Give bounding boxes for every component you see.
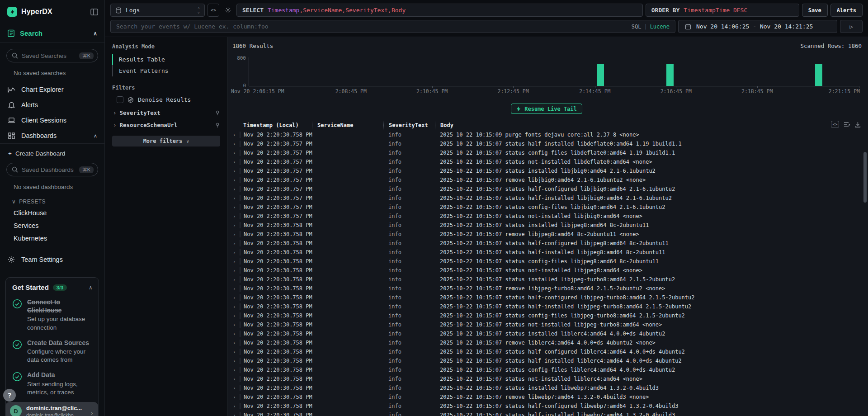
analysis-mode-item[interactable]: Results Table [112,54,220,65]
view-source-button[interactable]: <> [831,121,839,128]
table-row[interactable]: › Nov 20 2:20:30.758 PM info 2025-10-22 … [231,230,863,239]
expand-row-icon[interactable]: › [231,132,240,138]
table-row[interactable]: › Nov 20 2:20:30.757 PM info 2025-10-22 … [231,175,863,184]
time-range-picker[interactable]: Nov 20 14:06:25 - Nov 20 14:21:25 [678,20,837,33]
expand-row-icon[interactable]: › [231,232,240,237]
get-started-item[interactable]: Add Data Start sending logs, metrics, or… [12,371,92,397]
table-row[interactable]: › Nov 20 2:20:30.758 PM info 2025-10-22 … [231,411,863,416]
expand-row-icon[interactable]: › [231,268,240,274]
saved-searches-field[interactable] [22,52,75,59]
expand-row-icon[interactable]: › [231,168,240,174]
search-input[interactable] [116,23,629,30]
table-row[interactable]: › Nov 20 2:20:30.757 PM info 2025-10-22 … [231,166,863,175]
chevron-up-icon[interactable]: ∧ [93,30,97,37]
collapse-sidebar-icon[interactable] [90,9,98,15]
table-row[interactable]: › Nov 20 2:20:30.757 PM info 2025-10-22 … [231,203,863,212]
expand-row-icon[interactable]: › [231,304,240,310]
table-row[interactable]: › Nov 20 2:20:30.758 PM info 2025-10-22 … [231,257,863,266]
event-search-box[interactable]: SQL | Lucene [110,20,675,33]
table-row[interactable]: › Nov 20 2:20:30.758 PM info 2025-10-22 … [231,329,863,338]
table-row[interactable]: › Nov 20 2:20:30.758 PM info 2025-10-22 … [231,221,863,230]
table-row[interactable]: › Nov 20 2:20:30.757 PM info 2025-10-22 … [231,194,863,203]
resume-live-tail-button[interactable]: Resume Live Tail [511,104,582,114]
expand-row-icon[interactable]: › [231,295,240,301]
filter-group[interactable]: › SeverityText [112,105,220,117]
histogram-bar[interactable] [815,64,822,86]
table-row[interactable]: › Nov 20 2:20:30.758 PM info 2025-10-22 … [231,356,863,365]
table-row[interactable]: › Nov 20 2:20:30.758 PM info 2025-10-22 … [231,383,863,392]
sidebar-nav-item[interactable]: Alerts ∧ [0,97,104,113]
histogram-bar[interactable] [666,64,674,86]
expand-row-icon[interactable]: › [231,403,240,409]
settings-gear-button[interactable] [222,4,234,17]
save-button[interactable]: Save [802,4,828,17]
table-row[interactable]: › Nov 20 2:20:30.758 PM info 2025-10-22 … [231,130,863,139]
expand-row-icon[interactable]: › [231,250,240,255]
expand-row-icon[interactable]: › [231,150,240,156]
expand-row-icon[interactable]: › [231,394,240,400]
download-button[interactable] [855,122,861,128]
expand-row-icon[interactable]: › [231,340,240,346]
pin-icon[interactable] [215,110,220,116]
expand-row-icon[interactable]: › [231,313,240,319]
filter-group[interactable]: › ResourceSchemaUrl [112,117,220,129]
table-row[interactable]: › Nov 20 2:20:30.758 PM info 2025-10-22 … [231,284,863,293]
column-header-timestamp[interactable]: Timestamp (Local) [240,122,312,128]
saved-dashboards-field[interactable] [22,166,75,173]
sidebar-item-search[interactable]: Search ∧ [0,21,104,43]
table-row[interactable]: › Nov 20 2:20:30.758 PM info 2025-10-22 … [231,239,863,248]
expand-row-icon[interactable]: › [231,349,240,355]
presets-toggle[interactable]: ∨ PRESETS [0,191,104,207]
alerts-button[interactable]: Alerts [830,4,863,17]
column-header-severitytext[interactable]: SeverityText [383,121,435,129]
denoise-checkbox[interactable] [117,96,123,103]
expand-row-icon[interactable]: › [231,141,240,147]
sidebar-nav-item[interactable]: Client Sessions ∧ [0,113,104,128]
preset-item[interactable]: Kubernetes [0,232,104,245]
table-row[interactable]: › Nov 20 2:20:30.758 PM info 2025-10-22 … [231,293,863,302]
expand-row-icon[interactable]: › [231,186,240,192]
table-row[interactable]: › Nov 20 2:20:30.758 PM info 2025-10-22 … [231,392,863,402]
create-dashboard-button[interactable]: + Create Dashboard [0,144,104,157]
user-menu[interactable]: D dominic.tran@clic... dominic.tran@clic… [5,402,98,416]
expand-row-icon[interactable]: › [231,367,240,373]
sidebar-item-team-settings[interactable]: Team Settings [0,252,104,267]
language-toggle-lucene[interactable]: Lucene [650,24,670,30]
table-row[interactable]: › Nov 20 2:20:30.758 PM info 2025-10-22 … [231,320,863,329]
table-row[interactable]: › Nov 20 2:20:30.758 PM info 2025-10-22 … [231,302,863,311]
source-select[interactable]: Logs ⌃⌃ [110,4,205,17]
more-filters-button[interactable]: More filters ∨ [112,136,220,147]
expand-row-icon[interactable]: › [231,286,240,292]
expand-row-icon[interactable]: › [231,213,240,219]
histogram-plot[interactable]: Nov 20 2:06:15 PM2:08:45 PM2:10:45 PM2:1… [249,57,859,86]
code-mode-button[interactable]: <> [208,4,219,17]
vertical-scrollbar[interactable] [863,152,867,203]
expand-row-icon[interactable]: › [231,277,240,283]
table-row[interactable]: › Nov 20 2:20:30.758 PM info 2025-10-22 … [231,275,863,284]
select-clause-editor[interactable]: SELECT Timestamp,ServiceName,SeverityTex… [236,4,643,17]
expand-row-icon[interactable]: › [231,159,240,165]
table-row[interactable]: › Nov 20 2:20:30.758 PM info 2025-10-22 … [231,402,863,411]
table-row[interactable]: › Nov 20 2:20:30.757 PM info 2025-10-22 … [231,148,863,157]
expand-row-icon[interactable]: › [231,385,240,391]
expand-row-icon[interactable]: › [231,241,240,246]
order-by-editor[interactable]: ORDER BY TimestampTime DESC [646,4,799,17]
expand-row-icon[interactable]: › [231,358,240,364]
get-started-item[interactable]: Create Data Sources Configure where your… [12,339,92,364]
table-row[interactable]: › Nov 20 2:20:30.758 PM info 2025-10-22 … [231,365,863,374]
column-settings-button[interactable] [844,122,850,127]
run-query-button[interactable]: ▷ [840,20,863,33]
table-row[interactable]: › Nov 20 2:20:30.758 PM info 2025-10-22 … [231,248,863,257]
expand-row-icon[interactable]: › [231,376,240,382]
expand-row-icon[interactable]: › [231,222,240,228]
saved-searches-input[interactable]: ⌘K [6,49,98,62]
table-row[interactable]: › Nov 20 2:20:30.758 PM info 2025-10-22 … [231,347,863,356]
expand-row-icon[interactable]: › [231,195,240,201]
pin-icon[interactable] [215,123,220,128]
table-row[interactable]: › Nov 20 2:20:30.757 PM info 2025-10-22 … [231,184,863,194]
expand-row-icon[interactable]: › [231,322,240,328]
expand-row-icon[interactable]: › [231,177,240,183]
histogram-bar[interactable] [597,64,604,86]
help-button[interactable]: ? [3,389,16,402]
language-toggle-sql[interactable]: SQL [632,24,642,30]
